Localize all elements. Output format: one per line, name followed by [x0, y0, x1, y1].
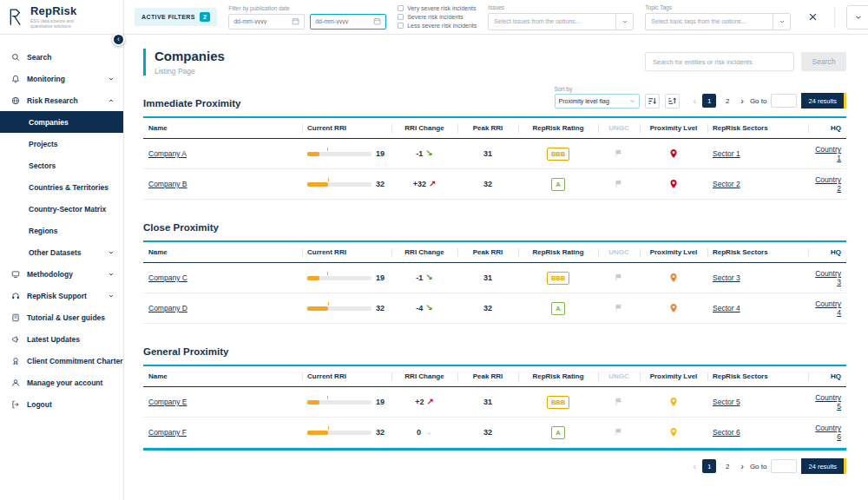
- sidebar-item-countries-territories[interactable]: Countries & Territories: [0, 176, 123, 198]
- hq-link[interactable]: Country 2: [815, 175, 841, 193]
- reprisk-logo-icon: [8, 7, 25, 27]
- page-1-button[interactable]: 1: [702, 459, 716, 473]
- sector-link[interactable]: Sector 3: [713, 273, 740, 282]
- goto-page-input[interactable]: [771, 94, 797, 108]
- sidebar-item-label: Tutorial & User guides: [27, 313, 105, 322]
- severity-option-severe[interactable]: Severe risk incidents: [398, 14, 477, 20]
- sidebar-collapse-button[interactable]: [112, 33, 125, 46]
- trend-down-icon: ↘: [425, 149, 432, 158]
- sidebar-item-reprisk-support[interactable]: RepRisk Support: [0, 285, 123, 306]
- sector-link[interactable]: Sector 4: [713, 304, 740, 312]
- sector-link[interactable]: Sector 6: [713, 428, 740, 437]
- hq-link[interactable]: Country 3: [815, 269, 841, 286]
- chevron-down-icon[interactable]: [615, 14, 633, 30]
- peak-rri-value: 32: [457, 428, 518, 437]
- sidebar-item-search[interactable]: Search: [0, 46, 123, 68]
- hq-link[interactable]: Country 4: [815, 299, 841, 317]
- sidebar-item-projects[interactable]: Projects: [0, 133, 123, 155]
- severity-option-label: Less severe risk incidents: [407, 23, 477, 29]
- sector-link[interactable]: Sector 2: [713, 180, 740, 188]
- page-1-button[interactable]: 1: [702, 94, 716, 108]
- sidebar-item-methodology[interactable]: Methodology: [0, 263, 123, 285]
- company-link[interactable]: Company C: [148, 273, 187, 282]
- reprisk-rating-badge: BBB: [547, 396, 569, 409]
- chevron-down-icon: [108, 249, 115, 256]
- hq-link[interactable]: Country 1: [815, 145, 841, 162]
- company-link[interactable]: Company A: [148, 149, 187, 158]
- sidebar-item-logout[interactable]: Logout: [0, 393, 123, 415]
- page-2-button[interactable]: 2: [720, 459, 734, 473]
- next-page-button[interactable]: [739, 462, 746, 471]
- main-content: Companies Listing Page Search Immediate …: [124, 35, 868, 500]
- checkbox-icon[interactable]: [398, 14, 404, 20]
- sidebar-item-monitoring[interactable]: Monitoring: [0, 68, 123, 89]
- severity-option-very-severe[interactable]: Very severe risk incidents: [398, 5, 477, 11]
- close-filters-button[interactable]: [802, 7, 823, 28]
- rri-change-value: +2: [415, 398, 424, 406]
- sort-select[interactable]: Proximity level flag: [555, 94, 640, 109]
- topic-tags-filter: Topic Tags Select topic tags from the op…: [645, 4, 791, 30]
- calendar-icon[interactable]: [292, 17, 299, 25]
- sidebar-item-country-sector-matrix[interactable]: Country-Sector Matrix: [0, 198, 123, 220]
- calendar-icon[interactable]: [373, 17, 381, 25]
- brand-logo: RepRisk ESG data science and quantitativ…: [0, 0, 124, 34]
- chevron-down-icon[interactable]: [773, 14, 790, 30]
- proximity-pin-icon: [668, 178, 679, 190]
- company-link[interactable]: Company B: [148, 180, 187, 188]
- sort-descending-button[interactable]: [645, 94, 660, 109]
- sidebar-item-regions[interactable]: Regions: [0, 220, 123, 241]
- issues-select[interactable]: Select issues from the options...: [488, 13, 634, 30]
- section-title: Close Proximity: [143, 222, 219, 233]
- date-to-field[interactable]: [310, 14, 386, 30]
- severity-option-less-severe[interactable]: Less severe risk incidents: [398, 23, 477, 29]
- sidebar-item-client-commitment-charter[interactable]: Client Commitment Charter: [0, 350, 123, 372]
- checkbox-icon[interactable]: [398, 23, 404, 29]
- sidebar-item-companies[interactable]: Companies: [0, 111, 123, 133]
- previous-page-button[interactable]: [692, 462, 699, 471]
- ungc-flag-icon: [615, 398, 623, 406]
- sort-ascending-button[interactable]: [665, 94, 680, 109]
- hq-link[interactable]: Country 5: [815, 393, 841, 411]
- sidebar-item-label: Countries & Territories: [29, 183, 108, 192]
- next-page-button[interactable]: [739, 96, 746, 106]
- company-link[interactable]: Company F: [148, 428, 187, 437]
- date-from-input[interactable]: [233, 18, 284, 24]
- ungc-flag-icon: [615, 273, 623, 282]
- column-header-current-rri: Current RRI: [302, 242, 391, 262]
- proximity-table: Name Current RRI RRI Change Peak RRI Rep…: [143, 240, 846, 324]
- sector-link[interactable]: Sector 1: [713, 149, 740, 158]
- topic-tags-select[interactable]: Select topic tags from the options...: [645, 13, 791, 30]
- date-to-input[interactable]: [315, 18, 365, 24]
- sector-link[interactable]: Sector 5: [713, 398, 740, 406]
- column-header-reprisk-rating: RepRisk Rating: [518, 118, 598, 138]
- rri-change-value: +32: [413, 180, 426, 188]
- collapse-filters-button[interactable]: [846, 5, 868, 30]
- peak-rri-value: 31: [457, 273, 518, 282]
- goto-page-input[interactable]: [771, 459, 797, 473]
- date-from-field[interactable]: [228, 14, 305, 30]
- search-button[interactable]: Search: [801, 52, 846, 71]
- proximity-pin-icon: [668, 426, 679, 438]
- active-filters-button[interactable]: ACTIVE FILTERS 2: [135, 8, 217, 26]
- sidebar-item-risk-research[interactable]: Risk Research: [0, 89, 123, 111]
- previous-page-button[interactable]: [692, 96, 699, 106]
- page-2-button[interactable]: 2: [720, 94, 734, 108]
- sidebar-item-sectors[interactable]: Sectors: [0, 155, 123, 176]
- company-link[interactable]: Company E: [148, 398, 187, 406]
- entity-search-input[interactable]: [645, 52, 794, 71]
- company-link[interactable]: Company D: [148, 304, 187, 312]
- close-icon: [808, 12, 818, 22]
- current-rri-value: 32: [376, 428, 386, 437]
- column-header-hq: HQ: [808, 242, 846, 262]
- sidebar-item-manage-your-account[interactable]: Manage your account: [0, 372, 123, 393]
- sidebar-item-latest-updates[interactable]: Latest Updates: [0, 328, 123, 350]
- goto-label: Go to: [750, 97, 767, 105]
- hq-link[interactable]: Country 6: [815, 424, 841, 441]
- sidebar-item-label: Logout: [27, 400, 52, 409]
- sidebar-item-other-datasets[interactable]: Other Datasets: [0, 241, 123, 263]
- sidebar-item-tutorial-user-guides[interactable]: Tutorial & User guides: [0, 306, 123, 328]
- checkbox-icon[interactable]: [398, 5, 404, 11]
- sidebar: Search Monitoring Risk Research Companie…: [0, 35, 124, 500]
- top-filter-bar: RepRisk ESG data science and quantitativ…: [0, 0, 868, 35]
- column-header-proximity-level: Proximity Lvel: [640, 242, 707, 262]
